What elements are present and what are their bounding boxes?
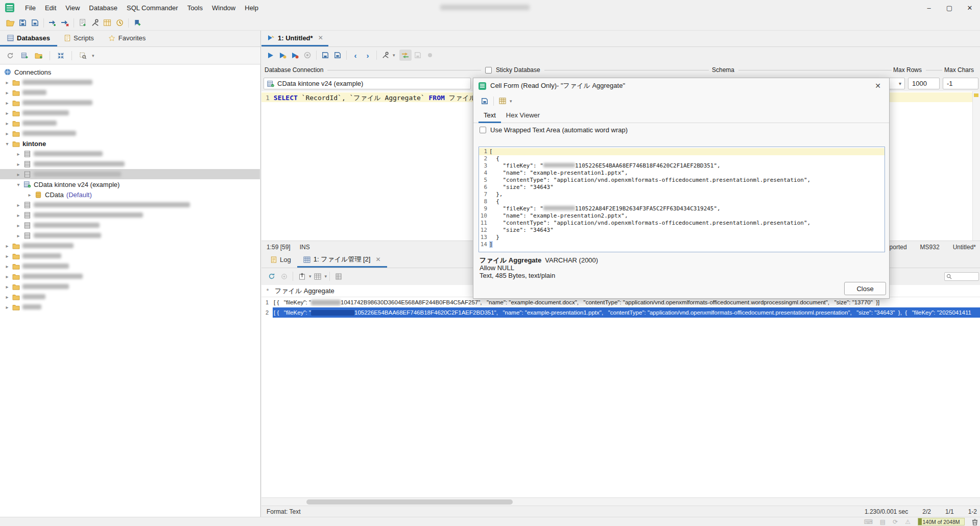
chevron-right-icon[interactable]: ▸: [3, 110, 11, 116]
chevron-right-icon[interactable]: ▸: [14, 172, 22, 177]
bookmark-add-icon[interactable]: [131, 17, 144, 29]
chevron-right-icon[interactable]: ▸: [14, 223, 22, 228]
wrap-text-checkbox[interactable]: [480, 127, 486, 133]
chevron-right-icon[interactable]: ▸: [3, 253, 11, 259]
chevron-right-icon[interactable]: ▸: [3, 284, 11, 290]
history-forward-icon[interactable]: ›: [362, 50, 374, 61]
dialog-close-icon[interactable]: ✕: [872, 81, 884, 91]
chevron-right-icon[interactable]: ▸: [3, 90, 11, 95]
save-icon[interactable]: [16, 17, 29, 29]
transpose-toggle-icon[interactable]: [399, 50, 412, 61]
dialog-grid-icon[interactable]: [496, 95, 509, 107]
tree-item[interactable]: ▸: [0, 241, 260, 251]
filter-tree-icon[interactable]: [77, 50, 89, 61]
tree-item[interactable]: ▸: [0, 108, 260, 118]
tree-item[interactable]: ▸: [0, 261, 260, 271]
editor-scrollbar[interactable]: [972, 91, 980, 241]
execute-icon[interactable]: [265, 50, 277, 61]
chevron-down-icon[interactable]: ▾: [14, 182, 22, 187]
chevron-right-icon[interactable]: ▸: [14, 202, 22, 208]
menu-window[interactable]: Window: [207, 2, 240, 14]
minimize-button[interactable]: –: [919, 0, 939, 15]
new-sql-icon[interactable]: [77, 17, 89, 29]
menu-edit[interactable]: Edit: [40, 2, 61, 14]
grid-view-icon[interactable]: [312, 271, 324, 282]
chevron-right-icon[interactable]: ▸: [26, 192, 34, 198]
sql-save-as-icon[interactable]: [331, 50, 344, 61]
tree-item[interactable]: ▸: [0, 200, 260, 210]
chevron-right-icon[interactable]: ▸: [3, 80, 11, 85]
max-chars-input[interactable]: -1: [943, 78, 978, 89]
menu-view[interactable]: View: [61, 2, 84, 14]
dialog-grid-chevron[interactable]: ▾: [510, 99, 512, 104]
table-row[interactable]: 1[ { "fileKey": "1041742B98630D3604E568A…: [261, 297, 980, 307]
row-value[interactable]: [ { "fileKey": "1041742B98630D3604E568A8…: [273, 297, 980, 307]
export-icon[interactable]: [296, 271, 308, 282]
chevron-right-icon[interactable]: ▸: [14, 161, 22, 167]
dialog-save-icon[interactable]: [479, 95, 491, 107]
grid-column-header[interactable]: ファイル Aggregate: [274, 286, 334, 296]
scrollbar-thumb[interactable]: [306, 499, 513, 505]
tab-scripts[interactable]: Scripts: [57, 31, 101, 46]
connect-icon[interactable]: [46, 17, 59, 29]
tree-item[interactable]: ▸: [0, 159, 260, 169]
tree-item[interactable]: ▸: [0, 251, 260, 261]
chevron-right-icon[interactable]: ▸: [3, 131, 11, 136]
tab-log[interactable]: Log: [265, 253, 297, 268]
add-connection-icon[interactable]: [18, 50, 31, 61]
execute-current-icon[interactable]: [277, 50, 289, 61]
tree-item[interactable]: ▸: [0, 281, 260, 292]
result-grid[interactable]: * ファイル Aggregate 1[ { "fileKey": "104174…: [261, 285, 980, 497]
sticky-database-checkbox[interactable]: [485, 67, 492, 74]
execute-buffer-icon[interactable]: [289, 50, 301, 61]
grid-window-icon[interactable]: [101, 17, 113, 29]
tree-item[interactable]: ▸: [0, 169, 260, 179]
tools-icon[interactable]: [89, 17, 101, 29]
maximize-button[interactable]: ▢: [939, 0, 960, 15]
tree-item-cdata-kintone-v24-example-[interactable]: ▾CData kintone v24 (example): [0, 179, 260, 189]
tree-item[interactable]: ▸: [0, 98, 260, 108]
sql-save-icon[interactable]: [319, 50, 331, 61]
history-back-icon[interactable]: ‹: [349, 50, 362, 61]
chevron-right-icon[interactable]: ▸: [3, 294, 11, 300]
disconnect-icon[interactable]: [59, 17, 71, 29]
chevron-right-icon[interactable]: ▸: [3, 274, 11, 279]
menu-help[interactable]: Help: [240, 2, 263, 14]
dialog-close-button[interactable]: Close: [844, 282, 886, 295]
chevron-right-icon[interactable]: ▸: [14, 212, 22, 218]
tree-refresh-icon[interactable]: [4, 50, 16, 61]
editor-tab-close-icon[interactable]: ✕: [318, 34, 323, 41]
grid-horizontal-scrollbar[interactable]: [261, 497, 980, 506]
database-connection-select[interactable]: CData kintone v24 (example): [264, 78, 471, 89]
memory-indicator[interactable]: 140M of 2048M: [918, 518, 965, 525]
tree-item[interactable]: ▸: [0, 220, 260, 230]
chevron-down-icon[interactable]: ▾: [3, 141, 11, 147]
table-row[interactable]: 2[ { "fileKey": "105226E54BAA68EF746B18F…: [261, 307, 980, 318]
tab-favorites[interactable]: Favorites: [101, 31, 153, 46]
chevron-right-icon[interactable]: ▸: [14, 233, 22, 238]
tree-item[interactable]: ▸: [0, 302, 260, 312]
tree-item-cdata[interactable]: ▸CData(Default): [0, 189, 260, 200]
result-tab-close-icon[interactable]: ✕: [375, 256, 380, 263]
max-rows-input[interactable]: 1000: [908, 78, 940, 89]
dialog-tab-text[interactable]: Text: [479, 109, 501, 123]
chevron-right-icon[interactable]: ▸: [3, 304, 11, 310]
cell-form-dialog[interactable]: Cell Form (Read Only)- "ファイル Aggregate" …: [473, 78, 890, 299]
tree-item[interactable]: ▸: [0, 210, 260, 220]
row-value[interactable]: [ { "fileKey": "105226E54BAA68EF746B18F4…: [273, 307, 980, 318]
sql-tools-chevron[interactable]: ▾: [393, 53, 395, 58]
cell-text-area[interactable]: 1[2 {3 "fileKey": "1105226E54BAA68EF746B…: [479, 147, 885, 252]
tree-root-connections[interactable]: Connections: [0, 67, 260, 77]
chevron-right-icon[interactable]: ▸: [3, 243, 11, 249]
tree-item[interactable]: ▸: [0, 118, 260, 128]
add-folder-icon[interactable]: [33, 50, 45, 61]
filter-dropdown-chevron[interactable]: ▾: [92, 53, 94, 58]
close-button[interactable]: ✕: [960, 0, 980, 15]
menu-sql-commander[interactable]: SQL Commander: [122, 2, 183, 14]
tree-item[interactable]: ▸: [0, 77, 260, 87]
tree-item[interactable]: ▸: [0, 149, 260, 159]
chevron-right-icon[interactable]: ▸: [3, 100, 11, 106]
tab-untitled-editor[interactable]: 1: Untitled* ✕: [261, 31, 328, 46]
tree-item[interactable]: ▸: [0, 87, 260, 98]
rerun-icon[interactable]: [266, 271, 278, 282]
